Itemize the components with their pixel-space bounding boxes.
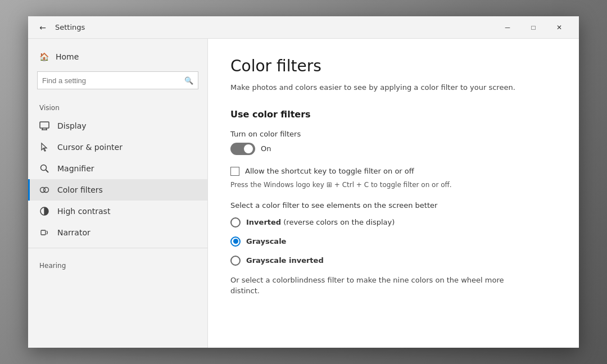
display-icon: [39, 121, 49, 131]
settings-window: ← Settings ─ □ ✕ 🏠 Home 🔍 Vision: [28, 16, 579, 348]
sidebar-item-home[interactable]: 🏠 Home: [28, 48, 207, 66]
toggle-row: On: [230, 143, 556, 155]
toggle-state-text: On: [261, 144, 271, 153]
window-controls: ─ □ ✕: [495, 16, 572, 39]
hearing-section-label: Hearing: [28, 253, 207, 273]
main-content: Color filters Make photos and colors eas…: [208, 39, 579, 348]
radio-grayscale[interactable]: Grayscale: [230, 236, 556, 247]
close-button[interactable]: ✕: [546, 16, 572, 39]
titlebar: ← Settings ─ □ ✕: [28, 16, 579, 39]
display-label: Display: [57, 121, 87, 130]
page-description: Make photos and colors easier to see by …: [230, 82, 545, 93]
shortcut-checkbox[interactable]: [230, 167, 239, 176]
minimize-button[interactable]: ─: [495, 16, 520, 39]
maximize-button[interactable]: □: [520, 16, 546, 39]
radio-inverted-label: Inverted (reverse colors on the display): [246, 218, 395, 226]
search-icon: 🔍: [184, 76, 193, 85]
radio-grayscale-button[interactable]: [230, 236, 241, 247]
shortcut-checkbox-label: Allow the shortcut key to toggle filter …: [245, 166, 414, 176]
sidebar: 🏠 Home 🔍 Vision Display Cursor & pointer: [28, 39, 208, 348]
high-contrast-label: High contrast: [57, 207, 110, 216]
page-title: Color filters: [230, 57, 556, 75]
svg-point-4: [41, 165, 47, 171]
narrator-icon: [39, 228, 49, 238]
windows-logo-icon: ⊞: [327, 180, 332, 190]
svg-rect-10: [41, 230, 46, 235]
section-title: Use color filters: [230, 109, 556, 120]
radio-grayscale-inverted[interactable]: Grayscale inverted: [230, 256, 556, 266]
colorblind-hint: Or select a colorblindness filter to mak…: [230, 275, 523, 297]
sidebar-item-cursor-pointer[interactable]: Cursor & pointer: [28, 136, 207, 158]
shortcut-hint: Press the Windows logo key ⊞ + Ctrl + C …: [230, 180, 556, 190]
svg-line-5: [46, 170, 49, 173]
color-filter-toggle[interactable]: [230, 143, 255, 155]
vision-section-label: Vision: [28, 95, 207, 115]
back-button[interactable]: ←: [35, 20, 51, 35]
content-area: 🏠 Home 🔍 Vision Display Cursor & pointer: [28, 39, 579, 348]
radio-grayscale-inverted-button[interactable]: [230, 256, 241, 266]
color-filters-icon: [39, 185, 49, 195]
color-filters-label: Color filters: [57, 185, 103, 194]
sidebar-item-magnifier[interactable]: Magnifier: [28, 158, 207, 179]
radio-grayscale-label: Grayscale: [246, 237, 286, 245]
narrator-label: Narrator: [57, 228, 90, 237]
high-contrast-icon: [39, 206, 49, 216]
hint-post: + Ctrl + C to toggle filter on or off.: [334, 180, 452, 190]
svg-rect-0: [40, 122, 49, 128]
search-input[interactable]: [42, 76, 184, 85]
sidebar-item-color-filters[interactable]: Color filters: [28, 179, 207, 201]
search-box[interactable]: 🔍: [37, 71, 198, 89]
radio-inverted[interactable]: Inverted (reverse colors on the display): [230, 217, 556, 228]
toggle-label-text: Turn on color filters: [230, 130, 556, 138]
home-label: Home: [56, 52, 79, 61]
sidebar-item-display[interactable]: Display: [28, 115, 207, 136]
home-icon: 🏠: [39, 52, 49, 61]
magnifier-icon: [39, 163, 49, 174]
cursor-icon: [39, 142, 49, 152]
sidebar-item-high-contrast[interactable]: High contrast: [28, 201, 207, 222]
sidebar-item-narrator[interactable]: Narrator: [28, 222, 207, 243]
shortcut-checkbox-row[interactable]: Allow the shortcut key to toggle filter …: [230, 166, 556, 176]
magnifier-label: Magnifier: [57, 164, 94, 173]
window-title: Settings: [55, 23, 495, 31]
hint-pre: Press the Windows logo key: [230, 180, 324, 190]
select-filter-label: Select a color filter to see elements on…: [230, 201, 556, 210]
radio-inverted-button[interactable]: [230, 217, 241, 228]
back-icon: ←: [39, 23, 46, 32]
toggle-thumb: [244, 144, 253, 153]
radio-grayscale-inverted-label: Grayscale inverted: [246, 256, 324, 265]
cursor-label: Cursor & pointer: [57, 143, 123, 152]
sidebar-divider: [28, 248, 207, 248]
svg-point-7: [44, 188, 49, 193]
